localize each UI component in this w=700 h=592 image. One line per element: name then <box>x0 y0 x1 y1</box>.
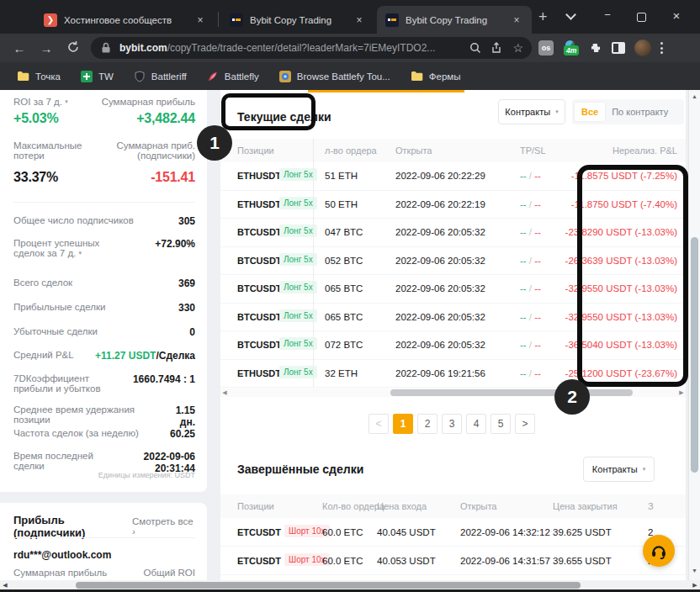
side-badge: Лонг 5x <box>279 225 317 237</box>
dropdown-caret-icon: ▾ <box>555 108 559 115</box>
side-badge: Лонг 5x <box>279 253 317 266</box>
page-4-button[interactable]: 4 <box>466 414 486 434</box>
browser-menu-icon[interactable] <box>660 42 663 54</box>
subscriber-email: rdu***@outlook.com <box>13 549 111 561</box>
close-window-button[interactable]: × <box>668 8 685 23</box>
share-icon[interactable] <box>491 41 504 55</box>
page-next-button[interactable]: > <box>515 414 535 434</box>
minimize-button[interactable]: − <box>599 8 616 21</box>
filter-by-contract[interactable]: По контракту <box>605 103 675 121</box>
scroll-right-icon[interactable]: ▶ <box>677 389 686 396</box>
page-5-button[interactable]: 5 <box>491 414 511 434</box>
stat-row: Общее число подписчиков 305 <box>13 215 195 227</box>
bookmark-battlefy[interactable]: Browse Battlefy Tou... <box>279 71 390 82</box>
side-badge: Лонг 5x <box>279 281 317 293</box>
green-cross-icon <box>81 71 93 82</box>
annotation-step-1: 1 <box>197 125 232 161</box>
annotation-box-pnl-column <box>577 165 688 387</box>
subs-col-left: Суммарная прибыль <box>13 568 107 578</box>
scrollbar-thumb[interactable] <box>691 237 698 473</box>
scroll-left-icon[interactable]: ◀ <box>0 582 10 589</box>
contracts-dropdown[interactable]: Контракты▾ <box>498 99 565 124</box>
roi-value: +5.03% <box>13 111 59 126</box>
filter-all[interactable]: Все <box>575 103 605 121</box>
tab-close-icon[interactable]: × <box>194 13 207 27</box>
dropdown-caret-icon: ▾ <box>79 250 82 256</box>
headset-icon <box>650 542 668 560</box>
page-2-button[interactable]: 2 <box>417 414 438 434</box>
trader-stats-card: ROI за 7 д. ▾ Суммарная прибыль +5.03% +… <box>0 90 207 492</box>
side-badge: Лонг 5x <box>279 337 317 350</box>
page-horizontal-scrollbar[interactable]: ◀ ▶ <box>0 580 700 589</box>
scroll-right-icon[interactable]: ▶ <box>690 582 700 589</box>
subscribers-title: Прибыль (подписчики) <box>13 514 132 539</box>
browser-window: ❯ Хостинговое сообществ × Bybit Copy Tra… <box>0 0 700 592</box>
zoom-icon[interactable] <box>469 41 482 55</box>
annotation-step-2: 2 <box>554 379 590 415</box>
side-panel-icon[interactable] <box>612 42 625 54</box>
scroll-down-icon[interactable]: ▼ <box>689 568 700 574</box>
vpn-extension-icon[interactable]: 4m <box>563 40 580 56</box>
tab-bybit-2-active[interactable]: Bybit Copy Trading × <box>377 6 532 34</box>
gem-icon <box>279 71 291 82</box>
tab-separator <box>218 12 219 27</box>
subs-profit-label: Суммарная приб. (подписчики) <box>101 140 195 161</box>
tab-bybit-1[interactable]: Bybit Copy Trading × <box>221 6 374 34</box>
tab-title: Хостинговое сообществ <box>64 15 187 25</box>
pinned-column-divider <box>313 139 314 388</box>
max-loss-label: Максимальные потери <box>13 140 98 161</box>
tab-close-icon[interactable]: × <box>353 13 366 27</box>
max-loss-value: 33.37% <box>13 170 58 185</box>
page-prev-button[interactable]: < <box>369 414 389 434</box>
scroll-left-icon[interactable]: ◀ <box>220 389 229 396</box>
reload-icon[interactable] <box>66 40 81 56</box>
scrollbar-thumb[interactable] <box>76 582 581 589</box>
stat-row: Среднее время удержания позиции 1.15 дн. <box>13 404 195 428</box>
annotation-box-current-trades <box>221 93 316 130</box>
view-all-link[interactable]: Смотреть все › <box>132 516 195 536</box>
scroll-up-icon[interactable]: ▲ <box>689 93 700 99</box>
new-tab-button[interactable]: + <box>538 8 548 25</box>
forward-icon[interactable]: → <box>39 41 54 56</box>
lock-icon <box>99 41 113 55</box>
current-trades-header: Позиции л-во ордера Открыта TP/SL Нереал… <box>220 139 686 162</box>
tab-strip: ❯ Хостинговое сообществ × Bybit Copy Tra… <box>0 0 700 34</box>
roi-label: ROI за 7 д. ▾ <box>13 97 68 107</box>
subs-profit-value: -151.41 <box>151 170 195 185</box>
bookmark-fermy[interactable]: Фермы <box>411 71 461 82</box>
profile-avatar[interactable] <box>634 40 651 56</box>
stat-row: 7DКоэффициент прибыли и убытков 1660.749… <box>13 373 195 394</box>
hosting-favicon-icon: ❯ <box>44 13 57 27</box>
completed-trades-header: Позиции Кол-во ордера Цена входа Открыта… <box>220 494 686 518</box>
accent-line <box>308 90 464 92</box>
bookmark-star-icon[interactable]: ☆ <box>512 41 523 55</box>
os-extension-icon[interactable]: os <box>538 40 554 56</box>
contracts-dropdown-2[interactable]: Контракты▾ <box>583 457 655 482</box>
subscribers-profit-card: Прибыль (подписчики) Смотреть все › rdu*… <box>0 503 207 580</box>
bybit-favicon-icon <box>385 13 399 27</box>
address-bar[interactable]: bybit.com/copyTrade/trade-center/detail?… <box>91 37 532 59</box>
side-badge: Лонг 5x <box>279 366 317 378</box>
vertical-scrollbar[interactable]: ▲ ▼ <box>688 90 700 580</box>
chevron-right-icon: › <box>132 526 135 536</box>
tab-close-icon[interactable]: × <box>510 13 523 27</box>
side-badge: Лонг 5x <box>279 168 317 181</box>
bookmark-battleriff[interactable]: Battleriff <box>134 71 187 82</box>
page-3-button[interactable]: 3 <box>442 414 462 434</box>
bookmark-tochka[interactable]: Точка <box>17 71 61 82</box>
back-icon[interactable]: ← <box>12 41 27 56</box>
maximize-button[interactable] <box>637 13 646 22</box>
search-tabs-chevron-icon[interactable] <box>565 9 576 20</box>
extensions-puzzle-icon[interactable] <box>589 41 602 55</box>
bookmark-tw[interactable]: TW <box>81 71 114 82</box>
folder-icon <box>411 71 423 82</box>
subs-col-right: Общий ROI <box>144 568 195 578</box>
page-1-button[interactable]: 1 <box>393 414 413 434</box>
bookmark-battlefly[interactable]: Battlefly <box>207 71 259 82</box>
support-chat-button[interactable] <box>643 535 675 567</box>
table-row[interactable]: ETCUSDTШорт 10x60.0 ETC40.053 USDT2022-0… <box>220 547 686 575</box>
table-row[interactable]: ETCUSDTШорт 10x60.0 ETC40.045 USDT2022-0… <box>220 518 686 547</box>
table-horizontal-scrollbar[interactable]: ◀ ▶ <box>220 388 686 397</box>
tab-hosting-community[interactable]: ❯ Хостинговое сообществ × <box>35 6 215 34</box>
divider <box>13 202 195 203</box>
